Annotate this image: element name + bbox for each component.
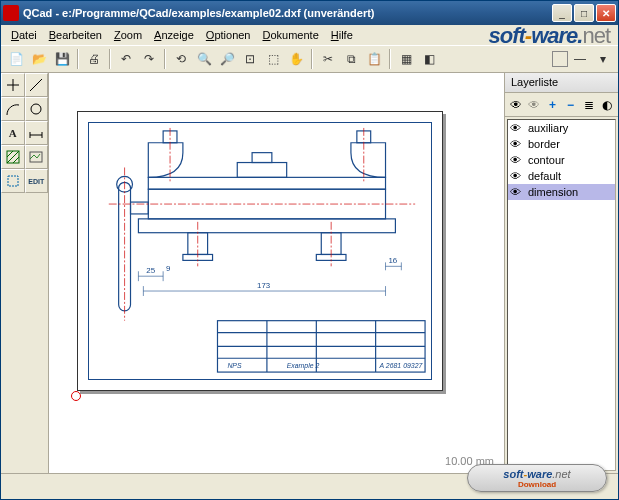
download-badge[interactable]: soft-ware.net Download xyxy=(467,464,607,492)
eye-icon: 👁 xyxy=(510,138,524,150)
svg-point-3 xyxy=(31,104,41,114)
eye-icon: 👁 xyxy=(510,154,524,166)
menu-bearbeiten[interactable]: Bearbeiten xyxy=(43,27,108,43)
menu-dokumente[interactable]: Dokumente xyxy=(256,27,324,43)
redo-button[interactable]: ↷ xyxy=(138,48,160,70)
paste-button[interactable]: 📋 xyxy=(363,48,385,70)
cut-button[interactable]: ✂ xyxy=(317,48,339,70)
close-button[interactable]: ✕ xyxy=(596,4,616,22)
tool-line[interactable] xyxy=(25,73,49,97)
eye-icon: 👁 xyxy=(510,170,524,182)
layer-panel: Layerliste 👁 👁 + − ≣ ◐ 👁auxiliary 👁borde… xyxy=(504,73,618,473)
dim-173: 173 xyxy=(257,281,271,290)
app-window: QCad - e:/Programme/QCad/examples/exampl… xyxy=(0,0,619,500)
svg-line-10 xyxy=(13,157,19,163)
eye-icon: 👁 xyxy=(510,186,524,198)
layer-item-dimension[interactable]: 👁dimension xyxy=(508,184,615,200)
copy-button[interactable]: ⧉ xyxy=(340,48,362,70)
grid-button[interactable]: ▦ xyxy=(395,48,417,70)
menu-anzeige[interactable]: Anzeige xyxy=(148,27,200,43)
tb-field1: NPS xyxy=(227,362,242,369)
layer-showall-icon[interactable]: 👁 xyxy=(509,97,523,113)
layer-add-button[interactable]: + xyxy=(545,97,559,113)
menu-optionen[interactable]: Optionen xyxy=(200,27,257,43)
svg-rect-15 xyxy=(138,219,395,233)
new-button[interactable]: 📄 xyxy=(5,48,27,70)
origin-marker xyxy=(71,391,81,401)
tb-field3: A 2681 09327 xyxy=(379,362,424,369)
layer-panel-title: Layerliste xyxy=(505,73,618,93)
svg-rect-12 xyxy=(8,176,18,186)
undo-button[interactable]: ↶ xyxy=(115,48,137,70)
layer-list: 👁auxiliary 👁border 👁contour 👁default 👁di… xyxy=(507,119,616,471)
dim-25: 25 xyxy=(146,266,155,275)
drawing-paper: 25 173 16 9 NPS Example 2 A 2681 09327 xyxy=(77,111,443,391)
minimize-button[interactable]: _ xyxy=(552,4,572,22)
svg-line-2 xyxy=(30,79,42,91)
tool-edit[interactable]: EDIT xyxy=(25,169,49,193)
cad-drawing: 25 173 16 9 NPS Example 2 A 2681 09327 xyxy=(89,123,431,380)
watermark-logo: soft-ware.net xyxy=(488,23,610,49)
svg-rect-19 xyxy=(252,153,272,163)
dim-16: 16 xyxy=(388,256,397,265)
layer-hideall-icon[interactable]: 👁 xyxy=(527,97,541,113)
layer-item-contour[interactable]: 👁contour xyxy=(508,152,615,168)
layer-edit-button[interactable]: ≣ xyxy=(582,97,596,113)
layer-attr-button[interactable]: ◐ xyxy=(600,97,614,113)
zoom-auto-button[interactable]: ⊡ xyxy=(239,48,261,70)
tool-dimension[interactable] xyxy=(25,121,49,145)
window-title: QCad - e:/Programme/QCad/examples/exampl… xyxy=(23,7,552,19)
layer-item-border[interactable]: 👁border xyxy=(508,136,615,152)
tool-hatch[interactable] xyxy=(1,145,25,169)
toolbar-minus-button[interactable]: — xyxy=(569,48,591,70)
drawing-border: 25 173 16 9 NPS Example 2 A 2681 09327 xyxy=(88,122,432,380)
draft-button[interactable]: ◧ xyxy=(418,48,440,70)
zoom-redraw-button[interactable]: ⟲ xyxy=(170,48,192,70)
tool-select[interactable] xyxy=(1,169,25,193)
open-button[interactable]: 📂 xyxy=(28,48,50,70)
svg-line-9 xyxy=(7,151,19,163)
layer-toolbar: 👁 👁 + − ≣ ◐ xyxy=(505,93,618,117)
zoom-window-button[interactable]: ⬚ xyxy=(262,48,284,70)
tool-circle[interactable] xyxy=(25,97,49,121)
tool-arc[interactable] xyxy=(1,97,25,121)
zoom-in-button[interactable]: 🔍 xyxy=(193,48,215,70)
layer-item-auxiliary[interactable]: 👁auxiliary xyxy=(508,120,615,136)
snap-indicator[interactable] xyxy=(552,51,568,67)
svg-line-8 xyxy=(7,151,13,157)
left-toolbox: A EDIT xyxy=(1,73,49,473)
tool-point[interactable] xyxy=(1,73,25,97)
titlebar: QCad - e:/Programme/QCad/examples/exampl… xyxy=(1,1,618,25)
menu-hilfe[interactable]: Hilfe xyxy=(325,27,359,43)
canvas-area[interactable]: 25 173 16 9 NPS Example 2 A 2681 09327 xyxy=(49,73,504,473)
dim-9: 9 xyxy=(166,264,171,273)
tb-field2: Example 2 xyxy=(287,362,320,370)
maximize-button[interactable]: □ xyxy=(574,4,594,22)
zoom-pan-button[interactable]: ✋ xyxy=(285,48,307,70)
tool-image[interactable] xyxy=(25,145,49,169)
menu-datei[interactable]: Datei xyxy=(5,27,43,43)
menu-zoom[interactable]: Zoom xyxy=(108,27,148,43)
layer-item-default[interactable]: 👁default xyxy=(508,168,615,184)
menubar: Datei Bearbeiten Zoom Anzeige Optionen D… xyxy=(1,25,618,45)
toolbar-dropdown-button[interactable]: ▾ xyxy=(592,48,614,70)
print-button[interactable]: 🖨 xyxy=(83,48,105,70)
svg-rect-13 xyxy=(148,177,385,189)
layer-remove-button[interactable]: − xyxy=(564,97,578,113)
svg-rect-18 xyxy=(237,163,286,178)
tool-text[interactable]: A xyxy=(1,121,25,145)
eye-icon: 👁 xyxy=(510,122,524,134)
main-toolbar: 📄 📂 💾 🖨 ↶ ↷ ⟲ 🔍 🔎 ⊡ ⬚ ✋ ✂ ⧉ 📋 ▦ ◧ — ▾ xyxy=(1,45,618,73)
zoom-out-button[interactable]: 🔎 xyxy=(216,48,238,70)
app-icon xyxy=(3,5,19,21)
save-button[interactable]: 💾 xyxy=(51,48,73,70)
main-body: A EDIT xyxy=(1,73,618,473)
